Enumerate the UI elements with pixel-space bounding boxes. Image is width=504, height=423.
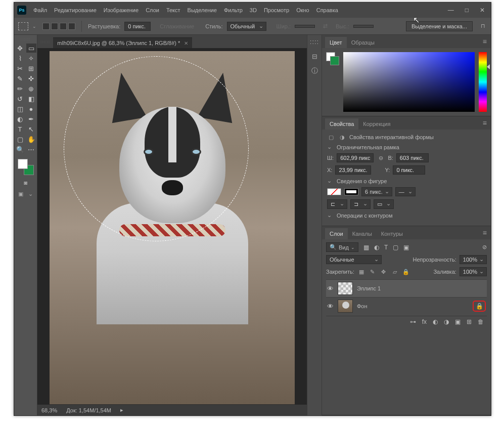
status-arrow-icon[interactable]: ▸	[120, 407, 123, 413]
close-button[interactable]: ✕	[480, 7, 485, 14]
menu-file[interactable]: Файл	[33, 7, 47, 13]
zoom-tool-icon[interactable]: 🔍	[15, 145, 25, 154]
align-select[interactable]: ▭	[374, 199, 394, 209]
layer-thumbnail[interactable]	[338, 282, 353, 295]
layer-fx-icon[interactable]: fx	[422, 318, 427, 325]
menu-filter[interactable]: Фильтр	[224, 7, 243, 13]
doc-info[interactable]: Док: 1,54M/1,54M	[66, 407, 111, 413]
lock-artboard-icon[interactable]: ▱	[391, 268, 399, 275]
fill-preview[interactable]	[327, 188, 341, 195]
fill-input[interactable]: 100%	[460, 267, 487, 276]
gradient-tool-icon[interactable]: ◫	[15, 104, 25, 113]
blur-tool-icon[interactable]: ●	[26, 104, 36, 113]
corner-select[interactable]: ⊐	[350, 199, 371, 209]
layer-name[interactable]: Эллипс 1	[357, 285, 381, 291]
healing-tool-icon[interactable]: ✜	[26, 74, 36, 83]
opacity-input[interactable]: 100%	[460, 255, 487, 264]
menu-text[interactable]: Текст	[166, 7, 180, 13]
frame-tool-icon[interactable]: ⊞	[26, 64, 36, 73]
path-select-tool-icon[interactable]: ↖	[26, 124, 36, 134]
menu-select[interactable]: Выделение	[188, 7, 217, 13]
screen-mode-dropdown-icon[interactable]: ⌄	[26, 190, 35, 197]
delete-layer-icon[interactable]: 🗑	[478, 318, 484, 325]
menu-view[interactable]: Просмотр	[264, 7, 289, 13]
feather-input[interactable]: 0 пикс.	[124, 22, 151, 31]
chevron-down-icon[interactable]: ⌄	[327, 178, 332, 184]
menu-image[interactable]: Изображение	[104, 7, 139, 13]
tool-preset-dropdown-icon[interactable]: ⌄	[32, 24, 36, 29]
menu-window[interactable]: Окно	[296, 7, 309, 13]
link-wh-icon[interactable]: ⊖	[377, 154, 385, 161]
marquee-tool-icon[interactable]: ▭	[26, 44, 36, 53]
layer-row[interactable]: 👁 Фон 🔒	[326, 297, 487, 315]
shape-section[interactable]: Сведения о фигуре	[337, 178, 387, 184]
link-layers-icon[interactable]: ⊶	[410, 318, 416, 325]
menu-3d[interactable]: 3D	[250, 7, 257, 13]
bbox-section[interactable]: Ограничительная рамка	[337, 144, 399, 150]
selection-new-icon[interactable]	[42, 23, 50, 30]
brush-tool-icon[interactable]: ✏	[15, 84, 25, 93]
tab-swatches[interactable]: Образцы	[347, 37, 379, 48]
menu-layers[interactable]: Слои	[146, 7, 159, 13]
layer-thumbnail[interactable]	[338, 300, 353, 313]
quickmask-icon[interactable]: ◙	[21, 179, 30, 186]
new-layer-icon[interactable]: ⊞	[467, 318, 472, 325]
stroke-style-select[interactable]: —	[395, 187, 416, 196]
selection-intersect-icon[interactable]	[68, 23, 75, 30]
hue-slider[interactable]	[479, 52, 487, 112]
history-brush-tool-icon[interactable]: ↺	[15, 94, 25, 103]
options-overflow-icon[interactable]: ⊓	[479, 23, 487, 30]
menu-edit[interactable]: Редактирование	[54, 7, 97, 13]
visibility-icon[interactable]: 👁	[327, 303, 334, 310]
path-ops-section[interactable]: Операции с контуром	[337, 213, 393, 219]
layer-lock-icon[interactable]: 🔒	[473, 301, 486, 312]
tab-layers[interactable]: Слои	[325, 228, 348, 239]
document-tab[interactable]: mIh09iC8x6U.jpg @ 68,3% (Эллипс 1, RGB/8…	[53, 37, 192, 48]
tab-channels[interactable]: Каналы	[348, 228, 377, 239]
color-swatch[interactable]	[18, 159, 34, 175]
menu-help[interactable]: Справка	[316, 7, 338, 13]
selection-add-icon[interactable]	[51, 23, 58, 30]
lasso-tool-icon[interactable]: ⌇	[15, 54, 25, 63]
lock-position-icon[interactable]: ✥	[380, 268, 388, 275]
filter-shape-icon[interactable]: ▢	[393, 244, 398, 251]
filter-toggle-icon[interactable]: ⊘	[482, 244, 487, 250]
chevron-down-icon[interactable]: ⌄	[327, 144, 332, 150]
layer-name[interactable]: Фон	[357, 303, 368, 309]
visibility-icon[interactable]: 👁	[327, 285, 334, 292]
panel-menu-icon[interactable]: ≡	[483, 119, 487, 127]
stroke-width-select[interactable]: 6 пикс.	[361, 187, 392, 196]
background-color-icon[interactable]	[330, 56, 339, 65]
filter-smart-icon[interactable]: ▣	[403, 244, 409, 251]
hand-tool-icon[interactable]: ✋	[26, 135, 36, 144]
filter-type-icon[interactable]: T	[384, 244, 388, 251]
stroke-preview[interactable]	[344, 188, 358, 195]
history-panel-icon[interactable]: ⊟	[312, 53, 317, 60]
info-panel-icon[interactable]: ⓘ	[311, 66, 318, 75]
select-and-mask-button[interactable]: Выделение и маска...	[406, 21, 473, 31]
screen-mode-icon[interactable]: ▣	[16, 190, 25, 197]
tab-adjustments[interactable]: Коррекция	[358, 118, 395, 130]
more-tools-icon[interactable]: ⋯	[26, 145, 36, 154]
stamp-tool-icon[interactable]: ⊕	[26, 84, 36, 93]
grab-handle-icon[interactable]: ::::	[310, 38, 319, 46]
selection-subtract-icon[interactable]	[60, 23, 67, 30]
height-input[interactable]: 603 пикс.	[396, 153, 429, 162]
cap-select[interactable]: ⊏	[327, 199, 347, 209]
panel-menu-icon[interactable]: ≡	[483, 37, 487, 46]
group-icon[interactable]: ▣	[455, 318, 461, 325]
blend-mode-select[interactable]: Обычные	[326, 255, 382, 264]
adjustment-layer-icon[interactable]: ◑	[444, 318, 449, 325]
tab-properties[interactable]: Свойства	[325, 118, 358, 130]
foreground-color-icon[interactable]	[18, 159, 28, 169]
magic-wand-tool-icon[interactable]: ✧	[26, 54, 36, 63]
pen-tool-icon[interactable]: ✒	[26, 114, 36, 123]
artboard[interactable]	[50, 51, 295, 404]
type-tool-icon[interactable]: T	[15, 124, 25, 134]
filter-adjust-icon[interactable]: ◐	[374, 244, 379, 251]
maximize-button[interactable]: □	[465, 7, 469, 14]
filter-pixel-icon[interactable]: ▦	[363, 244, 369, 251]
dodge-tool-icon[interactable]: ◐	[15, 114, 25, 123]
move-tool-icon[interactable]: ✥	[15, 44, 25, 53]
lock-all-icon[interactable]: 🔒	[402, 268, 410, 275]
